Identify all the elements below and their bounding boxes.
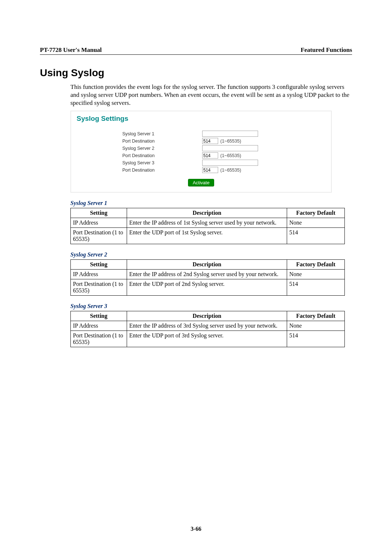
hint-port-range-3: (1~65535) [220, 168, 241, 173]
th-factory-default: Factory Default [287, 311, 345, 321]
td-description: Enter the IP address of 1st Syslog serve… [127, 218, 287, 228]
td-setting: IP Address [71, 270, 127, 279]
form-row-port-2: Port Destination (1~65535) [77, 152, 326, 159]
table-row: Port Destination (1 to 65535) Enter the … [71, 228, 345, 244]
th-description: Description [127, 260, 287, 270]
label-port-destination-1: Port Destination [122, 139, 202, 144]
form-row-syslog-server-2: Syslog Server 2 [77, 145, 326, 151]
form-row-syslog-server-1: Syslog Server 1 [77, 131, 326, 137]
table-header-row: Setting Description Factory Default [71, 311, 345, 321]
table-caption-3: Syslog Server 3 [70, 303, 352, 309]
input-syslog-server-2[interactable] [202, 145, 258, 151]
table-row: IP Address Enter the IP address of 1st S… [71, 218, 345, 228]
hint-port-range-1: (1~65535) [220, 139, 241, 144]
td-default: None [287, 321, 345, 331]
table-row: Port Destination (1 to 65535) Enter the … [71, 279, 345, 296]
th-setting: Setting [71, 311, 127, 321]
td-description: Enter the UDP port of 1st Syslog server. [127, 228, 287, 244]
td-setting: IP Address [71, 218, 127, 228]
td-setting: IP Address [71, 321, 127, 331]
activate-row: Activate [77, 179, 326, 186]
td-setting: Port Destination (1 to 65535) [71, 331, 127, 347]
label-syslog-server-2: Syslog Server 2 [122, 146, 202, 151]
label-syslog-server-1: Syslog Server 1 [122, 131, 202, 136]
panel-title: Syslog Settings [77, 115, 326, 123]
input-port-destination-1[interactable] [202, 138, 218, 144]
th-description: Description [127, 208, 287, 218]
table-header-row: Setting Description Factory Default [71, 208, 345, 218]
td-default: 514 [287, 228, 345, 244]
table-syslog-server-2: Setting Description Factory Default IP A… [70, 259, 345, 296]
form-row-syslog-server-3: Syslog Server 3 [77, 160, 326, 166]
td-description: Enter the UDP port of 3rd Syslog server. [127, 331, 287, 347]
input-syslog-server-3[interactable] [202, 160, 258, 166]
intro-paragraph: This function provides the event logs fo… [70, 83, 352, 107]
hint-port-range-2: (1~65535) [220, 153, 241, 158]
table-row: IP Address Enter the IP address of 2nd S… [71, 270, 345, 279]
th-setting: Setting [71, 260, 127, 270]
input-syslog-server-1[interactable] [202, 131, 258, 137]
table-syslog-server-1: Setting Description Factory Default IP A… [70, 208, 345, 244]
td-description: Enter the IP address of 2nd Syslog serve… [127, 270, 287, 279]
td-default: 514 [287, 331, 345, 347]
input-port-destination-3[interactable] [202, 167, 218, 173]
form-row-port-3: Port Destination (1~65535) [77, 167, 326, 173]
table-row: IP Address Enter the IP address of 3rd S… [71, 321, 345, 331]
table-caption-2: Syslog Server 2 [70, 251, 352, 258]
table-syslog-server-3: Setting Description Factory Default IP A… [70, 311, 345, 347]
header-right: Featured Functions [301, 46, 352, 54]
th-factory-default: Factory Default [287, 208, 345, 218]
th-factory-default: Factory Default [287, 260, 345, 270]
activate-button[interactable]: Activate [188, 179, 214, 186]
input-port-destination-2[interactable] [202, 152, 218, 159]
td-default: None [287, 270, 345, 279]
th-description: Description [127, 311, 287, 321]
table-row: Port Destination (1 to 65535) Enter the … [71, 331, 345, 347]
section-title: Using Syslog [40, 67, 352, 79]
table-header-row: Setting Description Factory Default [71, 260, 345, 270]
td-default: None [287, 218, 345, 228]
th-setting: Setting [71, 208, 127, 218]
header-left: PT-7728 User's Manual [40, 46, 102, 54]
label-port-destination-2: Port Destination [122, 153, 202, 158]
table-caption-1: Syslog Server 1 [70, 200, 352, 206]
td-default: 514 [287, 279, 345, 296]
td-description: Enter the IP address of 3rd Syslog serve… [127, 321, 287, 331]
td-description: Enter the UDP port of 2nd Syslog server. [127, 279, 287, 296]
label-syslog-server-3: Syslog Server 3 [122, 160, 202, 165]
td-setting: Port Destination (1 to 65535) [71, 228, 127, 244]
td-setting: Port Destination (1 to 65535) [71, 279, 127, 296]
page-header: PT-7728 User's Manual Featured Functions [40, 46, 352, 55]
form-row-port-1: Port Destination (1~65535) [77, 138, 326, 144]
page-number: 3-66 [0, 526, 392, 532]
syslog-settings-panel: Syslog Settings Syslog Server 1 Port Des… [70, 111, 332, 193]
label-port-destination-3: Port Destination [122, 168, 202, 173]
